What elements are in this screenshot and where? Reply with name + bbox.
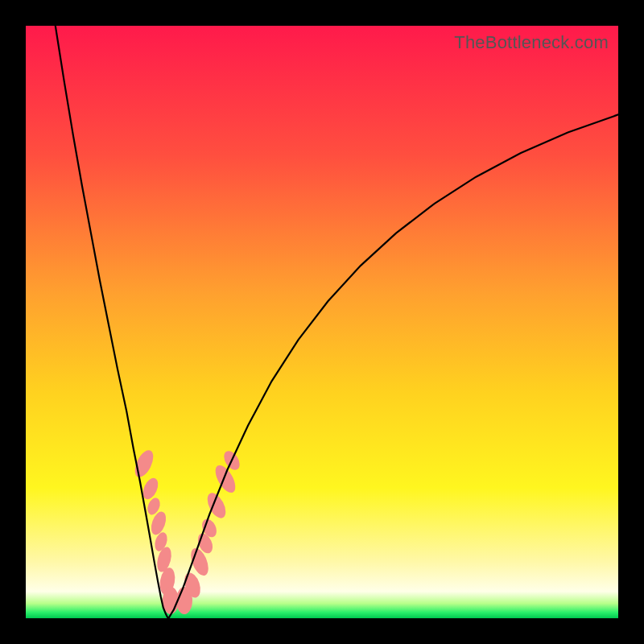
plot-area: TheBottleneck.com bbox=[26, 26, 618, 618]
watermark-text: TheBottleneck.com bbox=[454, 32, 609, 53]
marker-blob bbox=[131, 448, 157, 480]
chart-svg bbox=[26, 26, 618, 618]
chart-frame: TheBottleneck.com bbox=[0, 0, 644, 644]
curve-right-branch bbox=[168, 114, 618, 618]
